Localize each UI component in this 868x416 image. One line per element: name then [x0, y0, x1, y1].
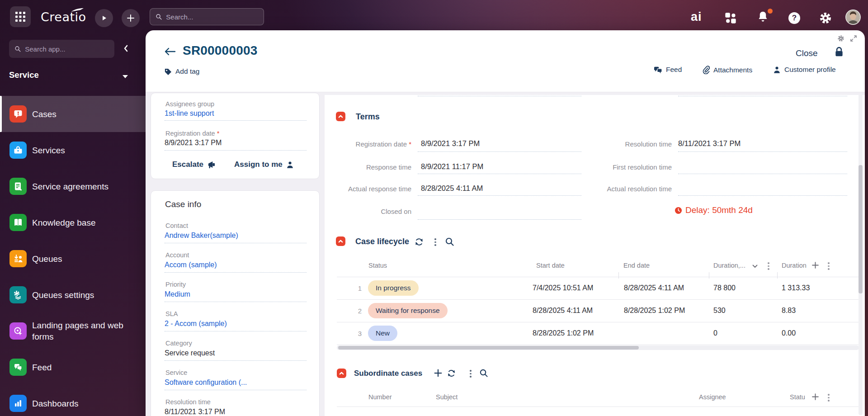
col-header-number[interactable]: Number: [368, 393, 392, 401]
lifecycle-menu-kebab[interactable]: [434, 238, 436, 246]
cell-duration-min[interactable]: 0: [713, 329, 717, 337]
global-search-input[interactable]: [166, 13, 258, 21]
sidebar-item-queues-settings[interactable]: Queues settings: [0, 277, 146, 313]
chevron-down-icon[interactable]: [122, 75, 128, 79]
subordinate-menu-kebab[interactable]: [470, 370, 472, 378]
sidebar-item-cases[interactable]: Cases: [0, 96, 146, 132]
cell-start-date[interactable]: 8/28/2025 1:02 PM: [533, 329, 594, 337]
escalate-button[interactable]: Escalate: [172, 160, 216, 169]
cell-duration-min[interactable]: 530: [713, 307, 726, 315]
workspace-selector[interactable]: Service: [9, 70, 39, 80]
lifecycle-title: Case lifecycle: [355, 237, 409, 246]
sidebar-item-landing-pages[interactable]: Landing pages and web forms: [0, 313, 146, 349]
sidebar-item-queues[interactable]: Queues: [0, 241, 146, 277]
assignees-group-link[interactable]: 1st-line support: [165, 109, 214, 118]
status-pill[interactable]: Waiting for response: [368, 303, 448, 318]
dashboards-icon: [9, 395, 27, 412]
column-menu-kebab[interactable]: [828, 394, 830, 402]
sidebar-item-dashboards[interactable]: Dashboards: [0, 385, 146, 416]
status-pill[interactable]: New: [368, 326, 397, 341]
col-header-end-date[interactable]: End date: [623, 262, 650, 269]
col-header-status[interactable]: Status: [368, 262, 387, 269]
contact-link[interactable]: Andrew Baker(sample): [165, 232, 238, 240]
help-button[interactable]: ?: [788, 12, 800, 24]
back-arrow-icon[interactable]: [164, 47, 176, 57]
assign-to-me-button[interactable]: Assign to me: [234, 160, 294, 169]
notifications-button[interactable]: [757, 10, 771, 26]
sidebar-item-feed[interactable]: Feed: [0, 349, 146, 385]
sidebar-collapse-button[interactable]: [121, 43, 131, 55]
sidebar-item-knowledge-base[interactable]: Knowledge base: [0, 204, 146, 241]
account-link[interactable]: Accom (sample): [165, 261, 217, 269]
customer-profile-button[interactable]: Customer profile: [773, 66, 836, 74]
case-info-panel: Case info Contact Andrew Baker(sample) A…: [151, 190, 320, 416]
terms-collapse-button[interactable]: [336, 112, 345, 121]
paperclip-icon: [702, 66, 710, 74]
app-search-input[interactable]: [25, 45, 109, 53]
expand-icon[interactable]: [850, 35, 857, 42]
add-tag-button[interactable]: Add tag: [164, 67, 199, 76]
sort-chevron-icon[interactable]: [752, 265, 758, 268]
add-column-icon[interactable]: [811, 261, 819, 269]
horizontal-scrollbar-track[interactable]: [337, 345, 859, 350]
col-header-status[interactable]: Statu: [790, 393, 805, 401]
cell-duration[interactable]: 0.00: [782, 329, 796, 337]
terms-resolution-time[interactable]: 8/11/2021 3:17 PM: [678, 139, 741, 148]
col-header-duration[interactable]: Duration: [782, 262, 807, 269]
terms-response-time[interactable]: 8/9/2021 11:17 PM: [421, 162, 483, 171]
search-icon[interactable]: [445, 237, 454, 246]
cell-duration[interactable]: 1 313.33: [782, 284, 810, 292]
add-record-button[interactable]: [122, 9, 140, 27]
apps-grid-button[interactable]: [10, 6, 31, 27]
user-avatar[interactable]: [845, 9, 861, 25]
lifecycle-collapse-button[interactable]: [336, 236, 345, 246]
cell-duration[interactable]: 8.83: [782, 307, 796, 315]
add-column-icon[interactable]: [811, 393, 819, 401]
page-settings-gear-icon[interactable]: [837, 35, 844, 42]
sidebar-item-services[interactable]: Services: [0, 132, 146, 168]
cell-end-date[interactable]: 8/28/2025 4:11 AM: [624, 284, 684, 292]
terms-registration-date[interactable]: 8/9/2021 3:17 PM: [421, 139, 480, 148]
col-header-start-date[interactable]: Start date: [536, 262, 565, 269]
horizontal-scrollbar-thumb[interactable]: [338, 346, 639, 350]
row-number: 1: [348, 284, 362, 292]
vertical-scrollbar-thumb[interactable]: [859, 165, 863, 293]
global-search[interactable]: [150, 8, 264, 25]
column-menu-kebab[interactable]: [768, 262, 769, 270]
sla-link[interactable]: 2 - Accom (sample): [165, 320, 227, 328]
cell-start-date[interactable]: 7/4/2025 10:51 AM: [533, 284, 593, 292]
attachments-button[interactable]: Attachments: [702, 66, 752, 74]
priority-link[interactable]: Medium: [165, 290, 190, 298]
service-link[interactable]: Software configuration (...: [165, 378, 247, 387]
add-icon[interactable]: [434, 369, 442, 377]
refresh-icon[interactable]: [415, 237, 424, 246]
settings-button[interactable]: [819, 12, 832, 26]
field-separator: [165, 243, 307, 243]
copilot-button[interactable]: [724, 12, 737, 26]
cell-end-date[interactable]: 8/28/2025 1:02 PM: [624, 307, 685, 315]
close-button[interactable]: Close: [796, 48, 818, 58]
lock-icon[interactable]: [834, 47, 844, 57]
registration-date-value[interactable]: 8/9/2021 3:17 PM: [165, 139, 222, 147]
status-pill[interactable]: In progress: [368, 280, 419, 296]
vertical-scrollbar-track[interactable]: [859, 94, 863, 415]
resolution-time-value[interactable]: 8/11/2021 3:17 PM: [165, 408, 225, 416]
terms-actual-response-time[interactable]: 8/28/2025 4:11 AM: [421, 184, 483, 193]
col-header-duration-min[interactable]: Duration,...: [713, 262, 745, 269]
sidebar-item-label: Service agreements: [32, 168, 141, 204]
subordinate-collapse-button[interactable]: [337, 369, 346, 378]
sidebar-item-service-agreements[interactable]: Service agreements: [0, 168, 146, 204]
col-header-assignee[interactable]: Assignee: [699, 393, 726, 401]
refresh-icon[interactable]: [447, 369, 456, 378]
process-play-button[interactable]: [95, 9, 113, 27]
sidebar-item-label: Cases: [32, 96, 141, 132]
col-header-subject[interactable]: Subject: [436, 393, 458, 401]
search-icon[interactable]: [479, 369, 488, 378]
category-value[interactable]: Service request: [165, 349, 215, 357]
cell-start-date[interactable]: 8/28/2025 4:11 AM: [533, 307, 593, 315]
app-search[interactable]: [9, 40, 114, 58]
cell-duration-min[interactable]: 78 800: [713, 284, 736, 292]
column-menu-kebab[interactable]: [828, 262, 830, 270]
feed-tab-button[interactable]: Feed: [654, 66, 682, 74]
ai-logo[interactable]: ai: [691, 10, 702, 24]
